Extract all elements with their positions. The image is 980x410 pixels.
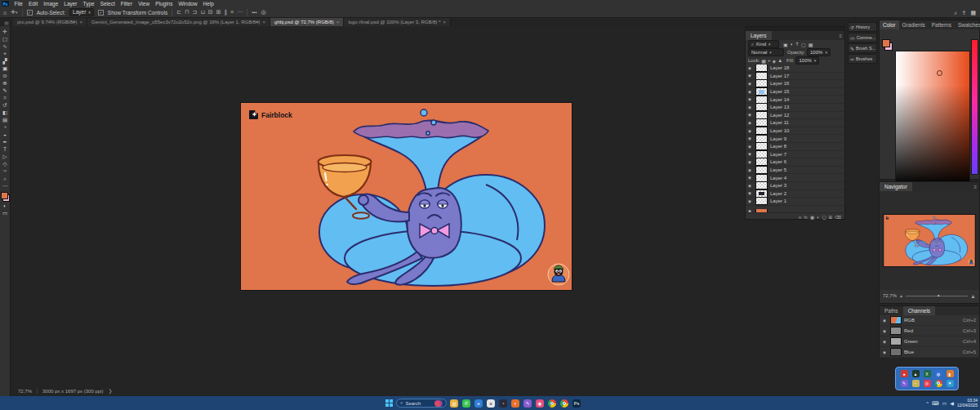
- layer-name[interactable]: Layer 7: [770, 152, 786, 157]
- channel-visibility-eye-icon[interactable]: ◉: [883, 350, 888, 354]
- tray-app-pen[interactable]: ✎: [901, 380, 908, 387]
- navigator-tab[interactable]: Navigator: [880, 182, 912, 191]
- frame-tool[interactable]: ▣: [2, 65, 7, 72]
- move-tool-preset-icon[interactable]: ✛▾: [11, 9, 17, 16]
- layer-visibility-eye-icon[interactable]: ◉: [748, 176, 753, 180]
- filter-type-icon[interactable]: T: [795, 42, 799, 47]
- lock-position-icon[interactable]: ◈: [773, 58, 777, 64]
- lock-all-icon[interactable]: ▲: [777, 58, 782, 64]
- dock-panel-button[interactable]: ✎ Brush S...: [848, 43, 877, 53]
- layer-visibility-eye-icon[interactable]: ◉: [748, 209, 753, 212]
- layer-name[interactable]: Layer 8: [770, 144, 786, 149]
- tray-app-blue-globe[interactable]: ◍: [935, 370, 942, 377]
- layer-thumbnail[interactable]: [755, 65, 768, 72]
- lock-transparency-icon[interactable]: ▦: [761, 58, 766, 64]
- zoom-in-mountain-icon[interactable]: ▲: [970, 293, 976, 299]
- layer-thumbnail[interactable]: [755, 142, 768, 150]
- touch-keyboard-icon[interactable]: ⌨: [932, 400, 939, 406]
- opacity-field[interactable]: 100%▾: [807, 48, 831, 56]
- layer-visibility-eye-icon[interactable]: ◉: [748, 129, 753, 133]
- filter-smart-object-icon[interactable]: ▦: [808, 42, 813, 47]
- layer-name[interactable]: Layer 15: [770, 89, 789, 94]
- object-selection-tool[interactable]: ⌖: [3, 51, 7, 57]
- foreground-color-swatch[interactable]: [882, 39, 890, 47]
- layer-thumbnail[interactable]: [755, 135, 768, 143]
- menu-item[interactable]: File: [11, 0, 25, 7]
- document-tab[interactable]: logo rfinal.psd @ 100% (Layer 3, RGB/8) …: [344, 18, 451, 26]
- fill-field[interactable]: 100%▾: [795, 56, 819, 65]
- document-info[interactable]: 3000 px x 1697 px (300 ppi): [42, 389, 103, 394]
- new-layer-icon[interactable]: ⊞: [829, 215, 833, 220]
- align-icon[interactable]: ⊟: [208, 9, 213, 16]
- dock-panel-button[interactable]: ↺ History: [848, 22, 877, 32]
- edit-toolbar[interactable]: ⋯: [2, 183, 8, 189]
- zoom-tool[interactable]: ⌕: [3, 176, 7, 182]
- crop-tool[interactable]: ▞: [3, 58, 7, 65]
- channel-row[interactable]: ◉ RGB Ctrl+2: [880, 315, 979, 326]
- channel-name[interactable]: Green: [904, 339, 918, 344]
- align-icon[interactable]: ⊐: [193, 9, 198, 16]
- blur-tool[interactable]: ◔: [3, 124, 7, 131]
- saturation-brightness-field[interactable]: [895, 51, 970, 186]
- eraser-tool[interactable]: ◧: [2, 109, 7, 116]
- status-chevron-icon[interactable]: ❯: [108, 388, 112, 394]
- layer-visibility-eye-icon[interactable]: ◉: [748, 168, 753, 172]
- layer-name[interactable]: Layer 2: [770, 191, 786, 196]
- hidden-icons-chevron[interactable]: ^: [926, 401, 929, 406]
- pen-tool[interactable]: ✒: [2, 139, 7, 145]
- foreground-color-swatch[interactable]: [1, 192, 8, 199]
- more-options-icon[interactable]: •••: [252, 10, 256, 15]
- menu-item[interactable]: Image: [41, 0, 61, 7]
- menu-item[interactable]: Edit: [25, 0, 40, 7]
- photoshop[interactable]: Ps: [572, 399, 581, 408]
- clone-stamp-tool[interactable]: ⌗: [3, 95, 7, 101]
- layer-visibility-eye-icon[interactable]: ◉: [748, 105, 753, 109]
- tray-app-chrome[interactable]: [935, 380, 942, 387]
- menu-item[interactable]: Plugins: [153, 0, 176, 7]
- align-icon[interactable]: ⊓: [185, 9, 189, 16]
- layer-thumbnail[interactable]: [755, 111, 768, 119]
- channel-visibility-eye-icon[interactable]: ◉: [883, 319, 888, 323]
- auto-select-checkbox[interactable]: ✓: [27, 10, 33, 16]
- menu-item[interactable]: Window: [176, 0, 200, 7]
- tray-app-orange[interactable]: ▮: [947, 370, 954, 377]
- layer-visibility-eye-icon[interactable]: ◉: [748, 66, 753, 70]
- menu-item[interactable]: Help: [200, 0, 216, 7]
- layer-thumbnail[interactable]: [755, 158, 768, 166]
- healing-brush-tool[interactable]: ⊕: [2, 80, 7, 87]
- layer-thumbnail[interactable]: [755, 197, 768, 205]
- shape-tool[interactable]: ◇: [3, 161, 7, 167]
- type-tool[interactable]: T: [3, 146, 7, 153]
- document-tab[interactable]: pro.psd @ 9,74% (RGB/8#) ×: [13, 18, 87, 26]
- layer-name[interactable]: Layer 5: [770, 167, 786, 172]
- layer-name[interactable]: Layer 3: [770, 183, 786, 188]
- tray-app-green-box[interactable]: ▲: [912, 370, 920, 377]
- move-tool[interactable]: ✛: [2, 29, 7, 35]
- layer-mask-icon[interactable]: ▣: [810, 215, 814, 220]
- layer-visibility-eye-icon[interactable]: ◉: [748, 121, 753, 125]
- whatsapp[interactable]: ✆: [462, 399, 470, 408]
- layer-group-icon[interactable]: ▢: [822, 215, 826, 220]
- tab-overflow-icon[interactable]: ▤: [0, 18, 13, 26]
- layer-name[interactable]: Layer 10: [770, 128, 789, 133]
- layer-name[interactable]: Layer 18: [770, 65, 789, 70]
- firefox[interactable]: ◗: [511, 399, 519, 408]
- workspace-switcher-icon[interactable]: ▦: [970, 10, 976, 16]
- layer-thumbnail[interactable]: [755, 189, 768, 198]
- filter-pixel-icon[interactable]: ▣: [783, 42, 788, 47]
- layer-name[interactable]: Layer 17: [770, 74, 789, 78]
- tab-close-icon[interactable]: ×: [263, 20, 266, 25]
- workspace-options-icon[interactable]: ◎: [261, 9, 266, 16]
- layer-thumbnail[interactable]: [755, 209, 768, 212]
- layer-name[interactable]: Layer 14: [770, 97, 789, 102]
- filter-shape-icon[interactable]: ▢: [801, 42, 806, 47]
- notepad[interactable]: ≡: [487, 399, 495, 408]
- dock-panel-button[interactable]: ▭ Comme...: [848, 33, 877, 42]
- show-transform-checkbox[interactable]: ✓: [98, 10, 104, 16]
- paint-app[interactable]: ◉: [536, 399, 544, 408]
- start-button[interactable]: [385, 399, 393, 407]
- layer-thumbnail[interactable]: [755, 174, 768, 182]
- auto-select-target-dropdown[interactable]: Layer▾: [69, 8, 94, 16]
- blend-mode-dropdown[interactable]: Normal▾: [748, 48, 784, 56]
- delete-layer-icon[interactable]: ⌫: [835, 215, 841, 220]
